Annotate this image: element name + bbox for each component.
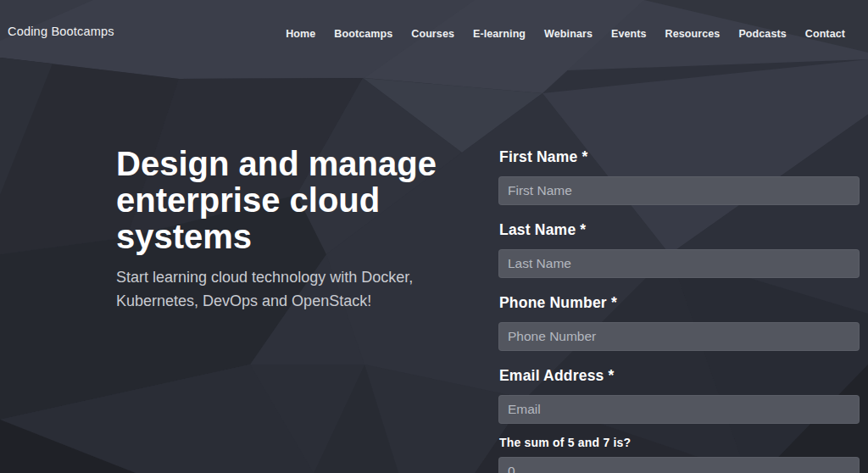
nav-item-home[interactable]: Home (286, 28, 315, 40)
nav-item-podcasts[interactable]: Podcasts (738, 28, 786, 40)
last-name-label: Last Name * (499, 221, 860, 238)
hero-subheading: Start learning cloud technology with Doc… (116, 265, 464, 313)
phone-number-label: Phone Number * (499, 294, 860, 311)
first-name-label: First Name * (499, 148, 860, 165)
hero-section: Design and manage enterprise cloud syste… (116, 146, 464, 313)
hero-heading: Design and manage enterprise cloud syste… (116, 146, 464, 255)
nav-item-contact[interactable]: Contact (805, 28, 845, 40)
phone-number-input[interactable] (498, 322, 860, 351)
nav-item-bootcamps[interactable]: Bootcamps (334, 28, 392, 40)
form-group-captcha: The sum of 5 and 7 is? (498, 436, 860, 473)
main-nav: Home Bootcamps Courses E-learning Webina… (286, 28, 845, 40)
nav-item-resources[interactable]: Resources (665, 28, 721, 40)
signup-form: First Name * Last Name * Phone Number * … (498, 148, 860, 473)
captcha-input[interactable] (498, 457, 860, 473)
form-group-first-name: First Name * (498, 148, 860, 205)
first-name-input[interactable] (498, 176, 860, 205)
nav-item-events[interactable]: Events (611, 28, 647, 40)
nav-item-courses[interactable]: Courses (411, 28, 454, 40)
site-logo[interactable]: Coding Bootcamps (8, 25, 114, 38)
form-group-email: Email Address * (498, 367, 860, 424)
email-label: Email Address * (499, 367, 860, 384)
nav-item-webinars[interactable]: Webinars (544, 28, 593, 40)
form-group-last-name: Last Name * (498, 221, 860, 278)
nav-item-elearning[interactable]: E-learning (473, 28, 526, 40)
header: Coding Bootcamps Home Bootcamps Courses … (0, 0, 868, 73)
form-group-phone: Phone Number * (498, 294, 860, 351)
email-input[interactable] (498, 395, 860, 424)
captcha-label: The sum of 5 and 7 is? (499, 436, 860, 449)
last-name-input[interactable] (498, 249, 860, 278)
